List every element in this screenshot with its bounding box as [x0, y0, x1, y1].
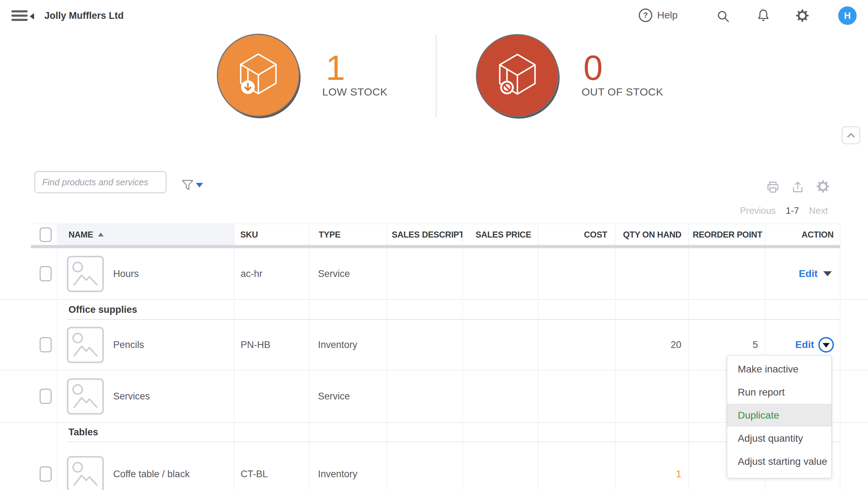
header-name[interactable]: NAME [57, 224, 234, 245]
gear-icon[interactable] [795, 8, 810, 23]
search-icon[interactable] [716, 9, 730, 23]
row-checkbox[interactable] [40, 266, 51, 281]
caret-triangle [823, 343, 830, 348]
edit-link[interactable]: Edit [799, 268, 818, 279]
header-divider [538, 224, 538, 245]
print-icon[interactable] [765, 180, 781, 195]
header-bottom-band [31, 245, 840, 248]
bell-icon[interactable] [756, 8, 771, 23]
row-checkbox[interactable] [40, 337, 51, 352]
pagination-range: 1-7 [786, 205, 799, 216]
out-of-stock-widget[interactable] [476, 34, 559, 117]
pagination-next[interactable]: Next [809, 205, 828, 216]
header-divider [309, 224, 309, 245]
out-of-stock-count: 0 [583, 50, 603, 85]
low-stock-label: LOW STOCK [322, 86, 388, 98]
header-divider [688, 224, 689, 245]
item-type: Service [318, 391, 350, 402]
table-row-hours: Hours ac-hr Service Edit [0, 248, 868, 300]
group-row-office-supplies: Office supplies [0, 300, 868, 320]
item-reorder: 5 [753, 339, 758, 350]
image-placeholder-icon [67, 456, 104, 490]
menu-item-make-inactive[interactable]: Make inactive [727, 358, 831, 381]
help-button[interactable]: ? Help [639, 9, 678, 22]
header-divider [234, 224, 234, 245]
header-divider [840, 224, 840, 245]
item-name[interactable]: Hours [113, 268, 139, 279]
header-checkbox-cell [34, 224, 57, 245]
item-type: Service [318, 268, 350, 279]
top-bar: Jolly Mufflers Ltd ? Help H [0, 0, 868, 32]
menu-item-adjust-starting-value[interactable]: Adjust starting value [727, 450, 831, 473]
help-label: Help [657, 10, 678, 21]
hamburger-bar [11, 19, 28, 21]
edit-dropdown-caret-open[interactable] [818, 337, 834, 353]
row-action-menu: Make inactive Run report Duplicate Adjus… [727, 355, 832, 478]
image-placeholder-icon [67, 378, 104, 415]
item-qty-alert: 1 [676, 469, 681, 480]
row-checkbox[interactable] [40, 467, 51, 481]
header-qty-on-hand[interactable]: QTY ON HAND [615, 224, 688, 245]
filter-funnel-icon[interactable] [181, 179, 194, 192]
collapse-menu-icon[interactable] [11, 10, 34, 22]
item-sku: PN-HB [241, 339, 270, 350]
row-checkbox[interactable] [40, 389, 51, 404]
item-qty: 20 [671, 339, 681, 350]
header-type[interactable]: TYPE [309, 224, 387, 245]
table-gear-icon[interactable] [815, 179, 830, 194]
header-divider [462, 224, 463, 245]
header-sales-description[interactable]: SALES DESCRIPT [387, 224, 462, 245]
out-of-stock-label: OUT OF STOCK [582, 86, 663, 98]
select-all-checkbox[interactable] [40, 228, 51, 242]
filter-dropdown-caret[interactable] [196, 183, 203, 187]
header-sales-price[interactable]: SALES PRICE [462, 224, 538, 245]
chevron-up-icon [846, 131, 856, 140]
inventory-page: { "topbar": { "company": "Jolly Mufflers… [0, 0, 868, 490]
header-reorder-point[interactable]: REORDER POINT [688, 224, 765, 245]
header-sku[interactable]: SKU [234, 224, 309, 245]
menu-item-adjust-quantity[interactable]: Adjust quantity [727, 427, 831, 450]
item-sku: ac-hr [241, 268, 263, 279]
pagination-previous[interactable]: Previous [740, 205, 776, 216]
avatar[interactable]: H [838, 6, 857, 25]
edit-link[interactable]: Edit [795, 339, 814, 350]
header-divider [387, 224, 387, 245]
low-stock-count: 1 [326, 50, 345, 85]
header-divider [765, 224, 765, 245]
help-icon: ? [639, 9, 652, 22]
out-of-stock-box-icon [490, 49, 544, 103]
item-type: Inventory [318, 339, 357, 350]
image-placeholder-icon [67, 327, 104, 363]
group-label: Tables [68, 423, 98, 442]
item-type: Inventory [318, 469, 357, 480]
item-name[interactable]: Coffe table / black [113, 469, 190, 480]
collapse-panel-button[interactable] [842, 126, 860, 144]
group-label: Office supplies [68, 300, 137, 320]
item-sku: CT-BL [241, 469, 268, 480]
hamburger-left-caret [30, 13, 34, 20]
low-stock-box-icon [231, 48, 285, 102]
company-name: Jolly Mufflers Ltd [44, 10, 124, 21]
export-icon[interactable] [790, 180, 806, 195]
table-header: NAME SKU TYPE SALES DESCRIPT SALES PRICE… [0, 224, 868, 245]
item-name[interactable]: Pencils [113, 339, 144, 350]
image-placeholder-icon [67, 256, 104, 292]
pagination: Previous 1-7 Next [740, 205, 828, 216]
low-stock-widget[interactable] [217, 34, 300, 117]
header-divider [615, 224, 615, 245]
sort-asc-icon [98, 233, 104, 236]
header-cost[interactable]: COST [538, 224, 615, 245]
menu-item-duplicate[interactable]: Duplicate [727, 404, 831, 427]
edit-dropdown-caret[interactable] [823, 271, 832, 276]
hamburger-bar [11, 10, 28, 12]
widget-divider [436, 35, 436, 117]
item-name[interactable]: Services [113, 391, 150, 402]
header-action: ACTION [765, 224, 840, 245]
hamburger-bar [11, 15, 28, 17]
search-input[interactable] [34, 171, 166, 193]
menu-item-run-report[interactable]: Run report [727, 381, 831, 404]
